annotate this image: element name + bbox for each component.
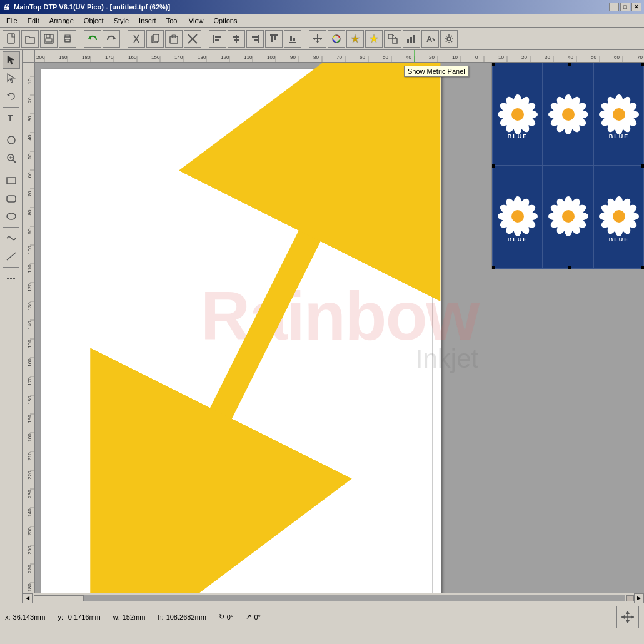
menu-edit[interactable]: Edit — [23, 16, 44, 26]
window-controls[interactable]: _ □ ✕ — [609, 3, 641, 11]
menu-insert[interactable]: Insert — [134, 16, 161, 26]
svg-text:60: 60 — [360, 54, 365, 60]
tb-align-r[interactable] — [246, 30, 264, 48]
maximize-button[interactable]: □ — [620, 3, 630, 11]
tb-paste[interactable] — [165, 30, 183, 48]
tb-save[interactable] — [40, 30, 58, 48]
svg-point-58 — [7, 213, 16, 219]
tb-effects[interactable] — [346, 30, 364, 48]
menu-style[interactable]: Style — [109, 16, 134, 26]
tb-undo[interactable] — [84, 30, 101, 48]
scroll-right-btn[interactable]: ▶ — [634, 593, 644, 603]
menu-tool[interactable]: Tool — [161, 16, 184, 26]
tool-wave[interactable] — [3, 229, 20, 247]
svg-text:30: 30 — [545, 54, 550, 60]
tool-sep3 — [3, 169, 19, 169]
tb-settings[interactable] — [440, 30, 458, 48]
svg-rect-11 — [153, 34, 159, 41]
top-ruler: // inline SVG ticks - use static path 20… — [23, 50, 644, 63]
svg-text:40: 40 — [406, 54, 411, 60]
svg-rect-23 — [252, 36, 258, 38]
tool-dashed[interactable] — [3, 269, 20, 287]
svg-rect-38 — [388, 34, 393, 39]
svg-text:220: 220 — [27, 471, 33, 480]
minimize-button[interactable]: _ — [609, 3, 619, 11]
tb-new[interactable] — [3, 30, 20, 48]
tool-rotate[interactable] — [3, 88, 20, 105]
tb-print[interactable] — [59, 30, 76, 48]
tool-ellipse[interactable] — [3, 208, 20, 225]
tb-star[interactable] — [365, 30, 383, 48]
tb-transform[interactable] — [384, 30, 401, 48]
svg-text:270: 270 — [27, 565, 33, 573]
tool-rounded-rect[interactable] — [3, 189, 20, 207]
svg-line-59 — [7, 253, 16, 260]
menu-arrange[interactable]: Arrange — [44, 16, 79, 26]
h-scrollbar[interactable]: ◀ ▶ — [23, 593, 644, 603]
tb-align-b[interactable] — [284, 30, 301, 48]
tool-sep4 — [3, 227, 19, 228]
tool-node[interactable] — [3, 69, 20, 87]
scroll-track[interactable] — [34, 595, 625, 601]
tb-redo[interactable] — [103, 30, 120, 48]
menu-object[interactable]: Object — [79, 16, 109, 26]
sel-handle-tl — [492, 63, 495, 66]
tool-rect[interactable] — [3, 171, 20, 189]
menu-options[interactable]: Options — [208, 16, 242, 26]
scroll-left-btn[interactable]: ◀ — [23, 593, 33, 603]
svg-marker-33 — [313, 38, 315, 40]
svg-text:BLUE: BLUE — [608, 133, 629, 139]
tool-text[interactable]: T — [3, 109, 20, 127]
tb-align-l[interactable] — [209, 30, 226, 48]
w-label: w: — [113, 613, 120, 621]
sel-handle-ml — [492, 164, 495, 168]
svg-rect-18 — [215, 39, 219, 41]
svg-text:60: 60 — [614, 54, 620, 60]
tb-color[interactable] — [328, 30, 345, 48]
svg-rect-20 — [233, 36, 239, 38]
svg-text:80: 80 — [27, 209, 33, 215]
tool-select[interactable] — [3, 51, 20, 69]
tool-sep5 — [3, 267, 19, 268]
status-bar: x: 36.143mm y: -0.1716mm w: 152mm h: 108… — [0, 603, 644, 630]
tool-circle[interactable] — [3, 131, 20, 149]
y-label: y: — [58, 613, 64, 621]
tb-chart[interactable] — [403, 30, 420, 48]
svg-text:140: 140 — [27, 321, 33, 330]
svg-text:100: 100 — [27, 246, 33, 254]
tb-cut[interactable] — [128, 30, 145, 48]
canvas-area: 10 20 30 40 50 60 70 80 90 — [23, 63, 644, 593]
title-bar: 🖨 MainTop DTP V6.1(UV Pico) - [untitled.… — [0, 0, 644, 14]
tb-delete[interactable] — [184, 30, 201, 48]
tb-open[interactable] — [21, 30, 39, 48]
close-button[interactable]: ✕ — [631, 3, 641, 11]
sep4 — [304, 30, 306, 48]
canvas[interactable]: Rainbow Inkjet — [35, 63, 644, 593]
menu-file[interactable]: File — [1, 16, 23, 26]
svg-rect-21 — [234, 39, 239, 41]
menu-view[interactable]: View — [184, 16, 209, 26]
tb-align-c[interactable] — [228, 30, 245, 48]
tb-align-t[interactable] — [265, 30, 283, 48]
svg-text:A: A — [426, 34, 433, 44]
tb-move[interactable] — [309, 30, 326, 48]
tool-line[interactable] — [3, 248, 20, 265]
floral-panel: BLUE — [491, 63, 644, 269]
svg-text:70: 70 — [336, 54, 342, 60]
nav-box[interactable] — [616, 606, 639, 628]
status-skew: ↗ 0° — [246, 613, 261, 621]
svg-text:10: 10 — [452, 54, 458, 60]
tool-zoom[interactable] — [3, 149, 20, 167]
svg-text:210: 210 — [27, 452, 33, 461]
svg-rect-0 — [8, 34, 14, 43]
svg-rect-43 — [413, 35, 415, 43]
svg-marker-47 — [8, 56, 14, 64]
scroll-thumb[interactable] — [34, 595, 84, 601]
svg-text:250: 250 — [27, 527, 33, 536]
sel-handle-bl — [492, 266, 495, 269]
left-toolbox: T — [0, 50, 23, 603]
svg-text:0: 0 — [475, 54, 478, 60]
tb-copy[interactable] — [146, 30, 164, 48]
svg-text:240: 240 — [27, 508, 33, 517]
tb-text-edit[interactable]: A — [421, 30, 439, 48]
